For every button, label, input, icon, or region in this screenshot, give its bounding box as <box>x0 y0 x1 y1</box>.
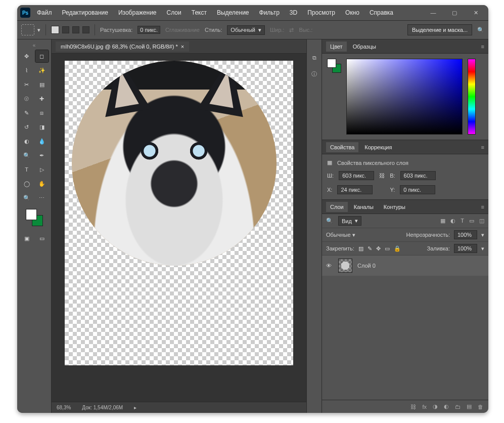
type-tool[interactable]: T <box>20 163 33 176</box>
zoom-tool[interactable]: 🔍 <box>20 192 33 204</box>
selection-subtract-icon[interactable] <box>72 26 79 33</box>
layer-mask-icon[interactable]: ◑ <box>433 403 438 410</box>
screen-mode-toggle[interactable]: ▭ <box>35 232 49 244</box>
feather-input[interactable]: 0 пикс. <box>138 26 160 34</box>
hue-slider[interactable] <box>468 59 476 135</box>
menu-layer[interactable]: Слои <box>163 7 185 18</box>
panel-menu-icon[interactable]: ≡ <box>481 44 484 50</box>
menu-select[interactable]: Выделение <box>213 7 253 18</box>
blend-mode-select[interactable]: Обычные ▾ <box>326 232 402 238</box>
panel-menu-icon[interactable]: ≡ <box>481 204 484 210</box>
foreground-color-swatch[interactable] <box>26 209 37 220</box>
slice-tool[interactable]: ▤ <box>35 78 49 91</box>
quick-mask-toggle[interactable]: ▣ <box>20 232 33 244</box>
height-input[interactable]: 603 пикс. <box>400 171 436 180</box>
blur-tool[interactable]: 💧 <box>35 135 49 147</box>
filter-pixel-icon[interactable]: ▦ <box>440 218 445 224</box>
canvas[interactable] <box>65 61 293 365</box>
canvas-viewport[interactable] <box>52 54 306 402</box>
history-panel-icon[interactable]: ⧉ <box>312 55 316 61</box>
menu-view[interactable]: Просмотр <box>304 7 339 18</box>
filter-adjust-icon[interactable]: ◐ <box>450 218 455 224</box>
chevron-down-icon[interactable]: ▾ <box>37 27 40 33</box>
move-tool[interactable]: ✥ <box>20 50 33 62</box>
filter-kind-select[interactable]: Вид ▾ <box>338 216 361 226</box>
style-select[interactable]: Обычный ▾ <box>227 25 265 35</box>
new-adjustment-icon[interactable]: ◐ <box>444 403 449 410</box>
lock-position-icon[interactable]: ✥ <box>376 245 381 252</box>
tab-swatches[interactable]: Образцы <box>349 41 380 52</box>
tab-channels[interactable]: Каналы <box>350 202 378 212</box>
close-icon[interactable]: × <box>181 44 184 50</box>
chevron-down-icon[interactable]: ▾ <box>481 232 484 238</box>
gradient-tool[interactable]: ◐ <box>20 135 33 147</box>
panel-search-icon[interactable]: 🔍 <box>477 27 484 33</box>
tab-color[interactable]: Цвет <box>326 41 347 52</box>
marquee-tool[interactable]: ◻ <box>35 50 49 62</box>
lock-artboard-icon[interactable]: ▭ <box>385 245 390 252</box>
menu-edit[interactable]: Редактирование <box>59 7 112 18</box>
menu-type[interactable]: Текст <box>188 7 210 18</box>
select-and-mask-button[interactable]: Выделение и маска... <box>407 24 472 35</box>
dodge-tool[interactable]: 🔍 <box>20 149 33 161</box>
path-select-tool[interactable]: ▷ <box>35 163 49 176</box>
marquee-tool-icon[interactable] <box>21 24 34 35</box>
opacity-input[interactable]: 100% <box>454 230 477 239</box>
window-close-button[interactable]: ✕ <box>466 8 485 18</box>
healing-tool[interactable]: ✚ <box>35 93 49 105</box>
x-input[interactable]: 24 пикс. <box>337 185 373 194</box>
y-input[interactable]: 0 пикс. <box>400 185 435 194</box>
menu-window[interactable]: Окно <box>342 7 363 18</box>
edit-toolbar[interactable]: ⋯ <box>35 192 49 204</box>
magic-wand-tool[interactable]: ✨ <box>35 64 49 76</box>
chevron-down-icon[interactable]: ▾ <box>481 245 484 252</box>
new-group-icon[interactable]: 🗀 <box>455 404 461 410</box>
crop-tool[interactable]: ✂ <box>20 78 33 91</box>
filter-type-icon[interactable]: T <box>461 218 464 224</box>
collapse-icon[interactable]: « <box>33 43 36 48</box>
mini-color-swatch[interactable] <box>327 59 341 73</box>
window-maximize-button[interactable]: ▢ <box>445 8 464 18</box>
history-brush-tool[interactable]: ↺ <box>20 121 33 133</box>
color-swatch[interactable] <box>26 209 43 226</box>
selection-new-icon[interactable] <box>51 26 59 34</box>
lock-pixels-icon[interactable]: ✎ <box>368 245 372 252</box>
filter-shape-icon[interactable]: ▭ <box>469 218 474 224</box>
layer-thumbnail[interactable] <box>338 259 352 273</box>
pen-tool[interactable]: ✒ <box>35 149 49 161</box>
tab-layers[interactable]: Слои <box>326 202 348 212</box>
layer-fx-icon[interactable]: fx <box>422 404 427 410</box>
eyedropper-tool[interactable]: ⦾ <box>20 93 33 105</box>
link-icon[interactable]: ⛓ <box>379 173 385 179</box>
width-input[interactable]: 603 пикс. <box>339 171 374 180</box>
fg-color-chip[interactable] <box>327 59 336 68</box>
delete-layer-icon[interactable]: 🗑 <box>478 404 483 410</box>
link-layers-icon[interactable]: ⛓ <box>410 404 416 410</box>
lock-all-icon[interactable]: 🔒 <box>394 245 401 252</box>
menu-filter[interactable]: Фильтр <box>256 7 283 18</box>
document-tab[interactable]: mIh09iC8x6U.jpg @ 68,3% (Слой 0, RGB/8#)… <box>56 41 189 52</box>
hand-tool[interactable]: ✋ <box>35 178 49 190</box>
info-panel-icon[interactable]: ⓘ <box>311 70 317 78</box>
color-field[interactable] <box>346 59 463 135</box>
window-minimize-button[interactable]: ― <box>424 8 443 18</box>
layer-row[interactable]: 👁 Слой 0 <box>322 256 488 276</box>
panel-menu-icon[interactable]: ≡ <box>481 144 484 150</box>
stamp-tool[interactable]: ⧇ <box>35 107 49 119</box>
eraser-tool[interactable]: ◨ <box>35 121 49 133</box>
fill-input[interactable]: 100% <box>454 244 477 253</box>
visibility-toggle-icon[interactable]: 👁 <box>326 263 333 269</box>
lock-transparency-icon[interactable]: ▨ <box>358 245 363 252</box>
brush-tool[interactable]: ✎ <box>20 107 33 119</box>
zoom-level[interactable]: 68,3% <box>57 405 71 410</box>
tab-properties[interactable]: Свойства <box>326 142 358 152</box>
tab-adjustments[interactable]: Коррекция <box>360 142 396 152</box>
menu-image[interactable]: Изображение <box>115 7 160 18</box>
lasso-tool[interactable]: ⌇ <box>20 64 33 76</box>
chevron-right-icon[interactable]: ▸ <box>134 405 136 410</box>
menu-3d[interactable]: 3D <box>286 7 301 18</box>
shape-tool[interactable]: ◯ <box>20 178 33 190</box>
selection-intersect-icon[interactable] <box>82 26 89 33</box>
menu-help[interactable]: Справка <box>366 7 397 18</box>
menu-file[interactable]: Файл <box>33 7 56 18</box>
